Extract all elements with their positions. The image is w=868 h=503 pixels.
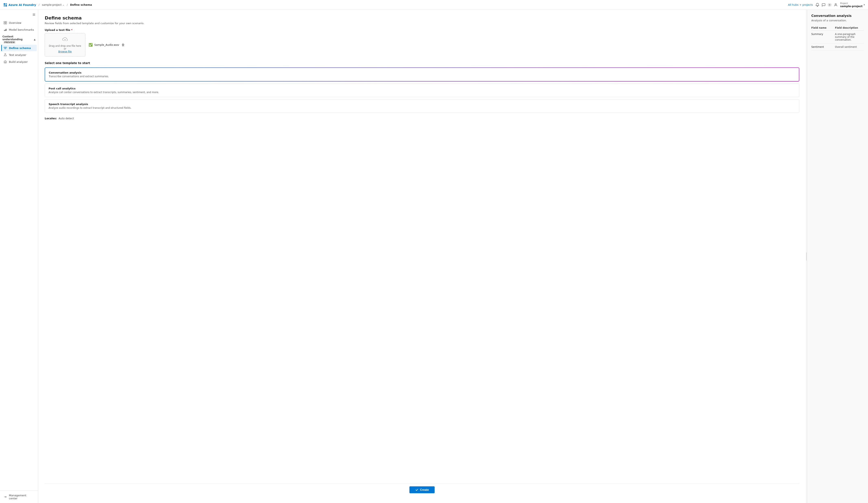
panel-field-desc-0: A one-paragraph summary of the conversat…	[835, 31, 864, 43]
svg-rect-18	[5, 48, 6, 49]
svg-rect-17	[6, 47, 7, 48]
sidebar-item-test-analyzer[interactable]: Test analyzer	[1, 52, 37, 58]
required-star: *	[71, 29, 73, 31]
breadcrumb-sep-1: /	[39, 3, 39, 6]
right-panel: Conversation analysis Analysis of a conv…	[807, 10, 868, 503]
logo-icon	[3, 3, 7, 7]
panel-field-name-0: Summary	[811, 31, 835, 43]
checkmark-icon	[415, 488, 418, 491]
sidebar-item-label-build-analyzer: Build analyzer	[9, 60, 28, 63]
collapse-icon	[32, 13, 35, 16]
file-check-icon: ✅	[89, 43, 93, 47]
svg-rect-10	[6, 21, 7, 22]
panel-field-desc-1: Overall sentiment	[835, 43, 864, 51]
breadcrumb-sep-2: /	[66, 3, 68, 6]
template-title-2: Speech transcript analysis	[49, 103, 795, 106]
sidebar-collapse-button[interactable]	[31, 12, 37, 18]
sidebar-item-management-center[interactable]: Management center	[1, 492, 37, 502]
sidebar-item-define-schema[interactable]: Define schema	[1, 45, 37, 51]
bottom-bar: Create	[45, 483, 799, 497]
schema-icon	[4, 46, 7, 50]
template-desc-2: Analyze audio recordings to extract tran…	[49, 106, 795, 109]
sidebar-bottom: Management center	[0, 491, 38, 503]
app-layout: Overview Model benchmarks Content unders…	[0, 10, 868, 503]
dropzone[interactable]: Drag and drop one file here or Browse fi…	[45, 33, 85, 57]
template-desc-1: Analyze call center conversations to ext…	[49, 91, 795, 94]
panel-table-row: Summary A one-paragraph summary of the c…	[811, 31, 864, 43]
settings-icon[interactable]	[828, 3, 831, 7]
locales-row: Locales: Auto detect	[45, 117, 799, 120]
sidebar-item-label-overview: Overview	[9, 21, 21, 24]
notification-icon[interactable]	[815, 3, 819, 7]
project-selector[interactable]: Project sample-project ▾	[840, 2, 865, 8]
sidebar-item-label-management: Management center	[9, 494, 34, 500]
sidebar-item-label-test-analyzer: Test analyzer	[9, 53, 26, 57]
svg-rect-8	[33, 16, 35, 16]
svg-rect-16	[4, 47, 5, 48]
svg-rect-2	[4, 5, 5, 7]
sidebar-item-label-benchmarks: Model benchmarks	[9, 28, 34, 31]
svg-point-4	[829, 4, 830, 5]
topnav-icons	[815, 3, 838, 7]
sidebar-section-title: Content understanding PREVIEW	[2, 35, 34, 44]
locales-value: Auto detect	[59, 117, 74, 120]
template-card-post-call-analytics[interactable]: Post call analytics Analyze call center …	[45, 83, 799, 97]
sidebar-item-build-analyzer[interactable]: Build analyzer	[1, 59, 37, 65]
template-title-0: Conversation analysis	[49, 71, 795, 74]
page-title: Define schema	[45, 16, 799, 21]
dropzone-text: Drag and drop one file here or	[47, 44, 83, 50]
project-label: Project	[840, 2, 848, 5]
svg-rect-11	[4, 23, 5, 24]
svg-point-5	[835, 3, 837, 5]
svg-rect-1	[6, 3, 7, 5]
sidebar-item-overview[interactable]: Overview	[1, 20, 37, 26]
app-name: Azure AI Foundry	[9, 3, 36, 7]
app-logo[interactable]: Azure AI Foundry	[3, 3, 36, 7]
project-info: Project sample-project	[840, 2, 862, 8]
beaker-icon	[4, 53, 7, 57]
uploaded-file-row: ✅ Sample_Audio.wav 🗑	[85, 33, 128, 57]
svg-rect-3	[6, 5, 7, 7]
create-button[interactable]: Create	[410, 486, 435, 493]
delete-file-button[interactable]: 🗑	[122, 43, 125, 47]
uploaded-file-name: Sample_Audio.wav	[94, 43, 119, 46]
template-section-title: Select one template to start	[45, 61, 799, 65]
breadcrumb-project[interactable]: sample-project ⌄	[42, 3, 64, 6]
panel-table: Field name Field description Summary A o…	[811, 25, 864, 51]
template-card-speech-transcript[interactable]: Speech transcript analysis Analyze audio…	[45, 99, 799, 113]
upload-cloud-icon	[62, 37, 68, 43]
project-chevron-icon: ▾	[864, 4, 865, 6]
template-card-conversation-analysis[interactable]: Conversation analysis Transcribe convers…	[45, 68, 799, 82]
svg-rect-13	[4, 30, 5, 31]
locales-label: Locales:	[45, 117, 57, 120]
sidebar-item-label-define-schema: Define schema	[9, 47, 31, 50]
hubs-link[interactable]: All hubs + projects	[788, 3, 813, 6]
col-header-field-desc: Field description	[835, 25, 864, 31]
sidebar-item-model-benchmarks[interactable]: Model benchmarks	[1, 27, 37, 33]
svg-rect-7	[33, 14, 35, 15]
panel-title: Conversation analysis	[811, 14, 864, 18]
svg-rect-9	[4, 21, 5, 22]
sidebar: Overview Model benchmarks Content unders…	[0, 10, 38, 503]
svg-rect-15	[6, 29, 7, 31]
sidebar-section-content: Content understanding PREVIEW ▲	[0, 33, 38, 44]
build-icon	[4, 60, 7, 63]
template-title-1: Post call analytics	[49, 87, 795, 90]
svg-rect-6	[33, 14, 35, 14]
sidebar-collapse-area	[0, 11, 38, 19]
panel-field-name-1: Sentiment	[811, 43, 835, 51]
template-desc-0: Transcribe conversations and extract sum…	[49, 75, 795, 78]
breadcrumb-project-name: sample-project	[42, 3, 62, 6]
section-toggle-icon[interactable]: ▲	[34, 38, 35, 41]
overview-icon	[4, 21, 7, 24]
upload-area: Drag and drop one file here or Browse fi…	[45, 33, 799, 57]
svg-rect-24	[5, 62, 6, 63]
chat-icon[interactable]	[822, 3, 826, 7]
account-icon[interactable]	[834, 3, 838, 7]
breadcrumb-current: Define schema	[70, 3, 92, 6]
upload-label: Upload a test file *	[45, 29, 799, 31]
svg-rect-12	[6, 23, 7, 24]
topnav-right: All hubs + projects Project sample-proje…	[788, 2, 865, 8]
browse-file-link[interactable]: Browse file	[58, 50, 72, 53]
svg-rect-14	[5, 30, 6, 31]
